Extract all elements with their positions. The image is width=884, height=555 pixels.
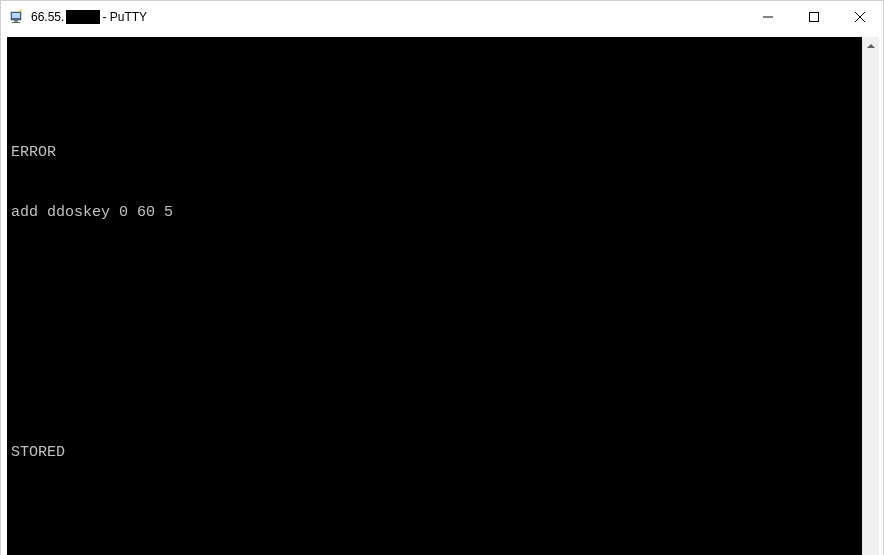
window-controls bbox=[745, 1, 883, 33]
title-ip-prefix: 66.55. bbox=[31, 10, 64, 24]
svg-rect-5 bbox=[810, 13, 819, 22]
scroll-track[interactable] bbox=[862, 54, 879, 555]
title-suffix: - PuTTY bbox=[102, 10, 147, 24]
terminal-line: add ddoskey 0 60 5 bbox=[11, 203, 858, 223]
terminal-line bbox=[11, 503, 858, 523]
terminal-line: STORED bbox=[11, 443, 858, 463]
minimize-button[interactable] bbox=[745, 1, 791, 33]
svg-rect-1 bbox=[12, 13, 20, 18]
title-ip-redacted bbox=[66, 10, 100, 24]
maximize-button[interactable] bbox=[791, 1, 837, 33]
scroll-up-arrow-icon[interactable] bbox=[862, 37, 879, 54]
window-title: 66.55. - PuTTY bbox=[31, 10, 147, 24]
putty-icon bbox=[9, 9, 25, 25]
putty-window: 66.55. - PuTTY ERROR add ddoskey 0 60 5 bbox=[0, 0, 884, 555]
titlebar[interactable]: 66.55. - PuTTY bbox=[1, 1, 883, 33]
svg-rect-2 bbox=[14, 20, 18, 22]
terminal-line bbox=[11, 263, 858, 283]
terminal-line bbox=[11, 383, 858, 403]
terminal-line: ERROR bbox=[11, 143, 858, 163]
client-area: ERROR add ddoskey 0 60 5 STORED ERROR ER… bbox=[1, 33, 883, 555]
terminal-line bbox=[11, 83, 858, 103]
terminal[interactable]: ERROR add ddoskey 0 60 5 STORED ERROR ER… bbox=[7, 37, 862, 555]
svg-rect-3 bbox=[12, 22, 20, 23]
close-button[interactable] bbox=[837, 1, 883, 33]
vertical-scrollbar[interactable] bbox=[862, 37, 879, 555]
terminal-line bbox=[11, 323, 858, 343]
